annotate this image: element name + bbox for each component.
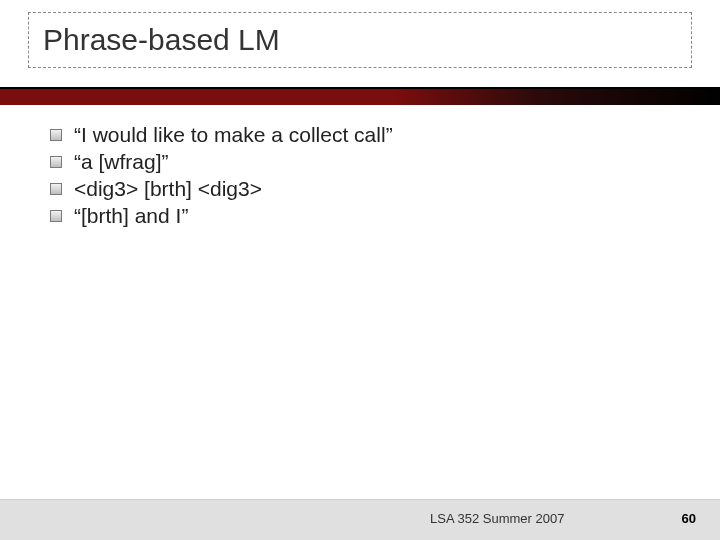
list-item: “a [wfrag]” [50,150,680,174]
slide-title-box: Phrase-based LM [28,12,692,68]
footer-bar [0,500,720,540]
content-area: “I would like to make a collect call” “a… [50,120,680,231]
square-bullet-icon [50,129,62,141]
footer-course: LSA 352 Summer 2007 [430,511,564,526]
list-item: <dig3> [brth] <dig3> [50,177,680,201]
list-item: “[brth] and I” [50,204,680,228]
bullet-text: <dig3> [brth] <dig3> [74,177,262,201]
square-bullet-icon [50,183,62,195]
list-item: “I would like to make a collect call” [50,123,680,147]
bullet-text: “a [wfrag]” [74,150,169,174]
square-bullet-icon [50,210,62,222]
bullet-text: “[brth] and I” [74,204,188,228]
square-bullet-icon [50,156,62,168]
slide-title: Phrase-based LM [43,23,280,56]
page-number: 60 [682,511,696,526]
title-separator-bar [0,87,720,105]
bullet-text: “I would like to make a collect call” [74,123,393,147]
